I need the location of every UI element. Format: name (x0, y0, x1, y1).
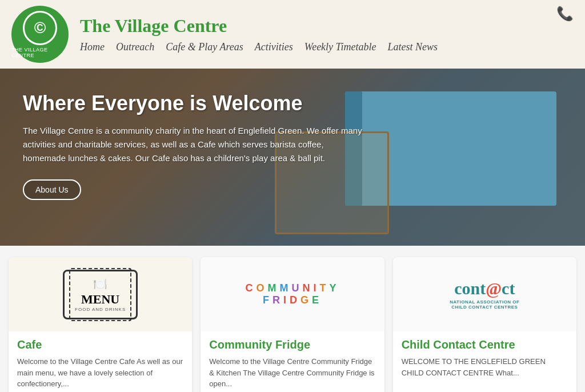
cards-section: 🍽️ MENU FOOD AND DRINKS Cafe Welcome to … (0, 246, 585, 392)
site-logo[interactable]: THE VILLAGE CENTRE (11, 6, 69, 63)
fridge-card-body: Community Fridge Welcome to the Village … (201, 331, 384, 392)
card-cafe: 🍽️ MENU FOOD AND DRINKS Cafe Welcome to … (9, 257, 192, 392)
cafe-card-title: Cafe (17, 338, 183, 351)
contact-card-desc: WELCOME TO THE ENGLEFIELD GREEN CHILD CO… (402, 356, 568, 378)
menu-sublabel: FOOD AND DRINKS (75, 307, 126, 312)
nav-timetable[interactable]: Weekly Timetable (304, 41, 376, 53)
about-us-button[interactable]: About Us (23, 179, 81, 200)
cafe-card-body: Cafe Welcome to the Village Centre Cafe … (9, 331, 192, 392)
ff-letter-i: I (283, 294, 290, 306)
nav-outreach[interactable]: Outreach (116, 41, 154, 53)
nav-news[interactable]: Latest News (388, 41, 438, 53)
nav-activities[interactable]: Activities (255, 41, 293, 53)
phone-icon[interactable]: 📞 (556, 6, 574, 22)
cf-letter-n: N (302, 282, 313, 294)
nav-home[interactable]: Home (80, 41, 105, 53)
contact-card-title: Child Contact Centre (402, 338, 568, 351)
cf-letter-m2: M (279, 282, 291, 294)
contact-logo: cont@ct (454, 279, 515, 298)
hero-title: Where Everyone is Welcome (23, 91, 366, 115)
ff-letter-r: R (273, 294, 283, 306)
card-child-contact: cont@ct NATIONAL ASSOCIATION OFCHILD CON… (393, 257, 576, 392)
fridge-card-desc: Welcome to the Village Centre Community … (209, 356, 375, 390)
cf-letter-u: U (291, 282, 302, 294)
fridge-text: FRIDGE (263, 294, 322, 306)
contact-card-body: Child Contact Centre WELCOME TO THE ENGL… (393, 331, 576, 385)
cf-letter-c: C (245, 282, 256, 294)
site-title: The Village Centre (80, 15, 438, 37)
cf-letter-t: T (320, 282, 330, 294)
cafe-card-desc: Welcome to the Village Centre Cafe As we… (17, 356, 183, 390)
contact-sub: NATIONAL ASSOCIATION OFCHILD CONTACT CEN… (450, 299, 519, 310)
nav-cafe[interactable]: Cafe & Play Areas (166, 41, 243, 53)
cafe-card-image: 🍽️ MENU FOOD AND DRINKS (9, 257, 192, 331)
header-text-block: The Village Centre Home Outreach Cafe & … (80, 15, 438, 53)
logo-emblem (23, 11, 57, 45)
hero-content: Where Everyone is Welcome The Village Ce… (0, 69, 388, 223)
menu-label: MENU (75, 292, 126, 307)
cf-letter-y: Y (330, 282, 340, 294)
hero-description: The Village Centre is a community charit… (23, 124, 366, 165)
cf-letter-m1: M (267, 282, 279, 294)
menu-badge: 🍽️ MENU FOOD AND DRINKS (63, 270, 138, 319)
fridge-card-image: COMMUNITY FRIDGE (201, 257, 384, 331)
site-header: THE VILLAGE CENTRE The Village Centre Ho… (0, 0, 585, 69)
ff-letter-f: F (263, 294, 273, 306)
cf-letter-i: I (313, 282, 319, 294)
ff-letter-g: G (300, 294, 312, 306)
ff-letter-e: E (312, 294, 322, 306)
logo-tagline: THE VILLAGE CENTRE (11, 47, 69, 58)
community-text: COMMUNITY (245, 282, 339, 294)
main-nav: Home Outreach Cafe & Play Areas Activiti… (80, 41, 438, 53)
ff-letter-d: D (290, 294, 300, 306)
card-community-fridge: COMMUNITY FRIDGE Community Fridge Welcom… (201, 257, 384, 392)
contact-card-image: cont@ct NATIONAL ASSOCIATION OFCHILD CON… (393, 257, 576, 331)
cf-letter-o: O (256, 282, 267, 294)
chef-icon: 🍽️ (75, 277, 126, 291)
fridge-card-title: Community Fridge (209, 338, 375, 351)
hero-section: Where Everyone is Welcome The Village Ce… (0, 69, 585, 246)
